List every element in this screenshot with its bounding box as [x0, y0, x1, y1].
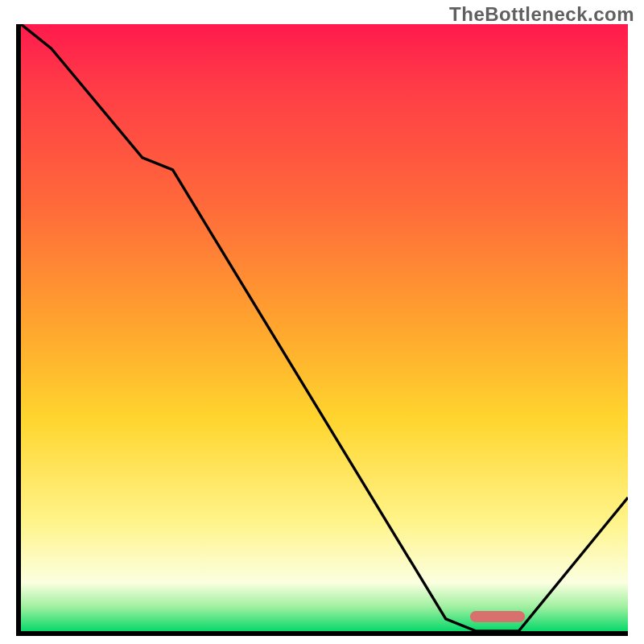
plot-area [16, 24, 628, 636]
chart-frame: TheBottleneck.com [0, 0, 644, 644]
bottleneck-curve [21, 24, 628, 631]
attribution-text: TheBottleneck.com [449, 3, 634, 26]
optimal-range-marker [470, 611, 525, 622]
